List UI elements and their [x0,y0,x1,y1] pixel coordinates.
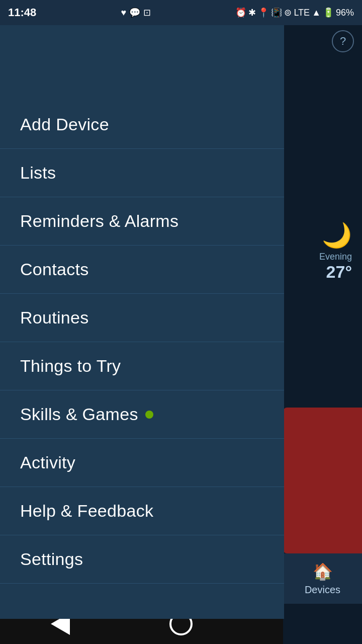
drawer-item-lists[interactable]: Lists [0,149,284,197]
status-bar: 11:48 ♥ 💬 ⊡ ⏰ ✱ 📍 📳 ⊚ LTE ▲ 🔋 96% [0,0,362,25]
status-left-icons: ♥ 💬 ⊡ [121,7,151,18]
red-card [283,408,362,553]
lists-link[interactable]: Lists [20,149,264,197]
contacts-link[interactable]: Contacts [20,246,264,293]
routines-link[interactable]: Routines [20,294,264,342]
devices-tab[interactable]: 🏠 Devices [283,553,362,604]
help-feedback-label: Help & Feedback [20,501,153,521]
reminders-alarms-label: Reminders & Alarms [20,211,178,231]
activity-label: Activity [20,453,75,472]
help-icon-button[interactable]: ? [332,30,354,52]
lists-label: Lists [20,163,56,183]
add-device-link[interactable]: Add Device [20,101,264,148]
location-icon: 📍 [258,7,269,18]
drawer-item-things-to-try[interactable]: Things to Try [0,342,284,390]
heart-icon: ♥ [121,8,127,18]
settings-link[interactable]: Settings [20,535,264,583]
drawer-item-activity[interactable]: Activity [0,439,284,487]
weather-temperature: 27° [288,262,357,282]
add-device-label: Add Device [20,115,109,134]
routines-label: Routines [20,308,89,328]
help-feedback-link[interactable]: Help & Feedback [20,487,264,535]
weather-widget: 🌙 Evening 27° [283,216,362,287]
wifi-icon: ⊚ [284,7,292,18]
signal-label: LTE [294,8,310,18]
devices-home-icon: 🏠 [313,562,333,581]
things-to-try-label: Things to Try [20,356,121,376]
reminders-alarms-link[interactable]: Reminders & Alarms [20,197,264,245]
vibrate-icon: 📳 [271,7,282,18]
weather-time-label: Evening [288,252,357,262]
status-time: 11:48 [8,6,36,19]
battery-icon: 🔋 [323,7,334,18]
drawer-item-contacts[interactable]: Contacts [0,246,284,294]
battery-percentage: 96% [336,8,354,18]
bluetooth-icon: ✱ [248,7,256,18]
drawer-menu-list: Add Device Lists Reminders & Alarms Cont… [0,101,284,584]
weather-icon: 🌙 [288,221,357,250]
drawer-item-add-device[interactable]: Add Device [0,101,284,149]
drawer-menu-container: Add Device Lists Reminders & Alarms Cont… [0,25,284,619]
media-icon: ⊡ [143,7,151,18]
things-to-try-link[interactable]: Things to Try [20,342,264,390]
alarm-icon: ⏰ [235,7,246,18]
settings-label: Settings [20,549,83,569]
skills-games-label: Skills & Games [20,405,138,424]
status-right-icons: ⏰ ✱ 📍 📳 ⊚ LTE ▲ 🔋 96% [235,7,354,18]
drawer-item-help-feedback[interactable]: Help & Feedback [0,487,284,535]
contacts-label: Contacts [20,260,89,279]
drawer-item-settings[interactable]: Settings [0,535,284,584]
drawer-item-skills-games[interactable]: Skills & Games [0,390,284,439]
signal-bars-icon: ▲ [312,8,321,18]
skills-games-badge [145,411,153,419]
drawer-item-routines[interactable]: Routines [0,294,284,342]
message-icon: 💬 [129,7,140,18]
drawer-item-reminders-alarms[interactable]: Reminders & Alarms [0,197,284,246]
activity-link[interactable]: Activity [20,439,264,487]
question-icon: ? [340,35,346,48]
skills-games-link[interactable]: Skills & Games [20,390,264,438]
devices-tab-label: Devices [305,584,340,596]
right-panel: ? 🌙 Evening 27° 🏠 Devices [283,0,362,644]
